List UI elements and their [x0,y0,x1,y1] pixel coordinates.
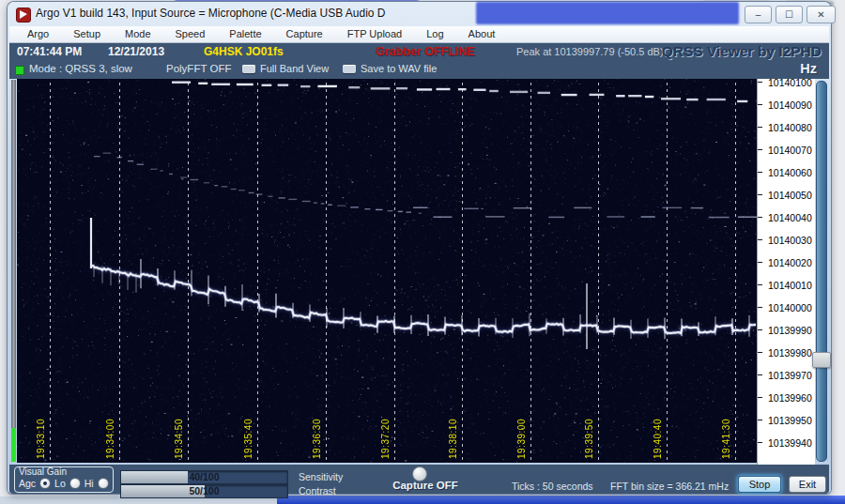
freq-tick [758,420,762,420]
argo-app-icon [16,8,31,23]
gain-option-agc-radio[interactable] [39,478,51,489]
peak-readout: Peak at 10139997.79 (-50.5 dB) [516,46,664,57]
visual-gain-group: Visual Gain Agc Lo Hi [14,466,114,493]
grabber-status: Grabber OFFLINE [376,45,475,58]
stop-button[interactable]: Stop [738,476,781,493]
app-title: QRSS Viewer by I2PHD [662,43,822,60]
status-led [15,66,24,75]
fft-readout: FFT bin size = 366.21 mHz [610,481,729,492]
polyfft-readout[interactable]: PolyFFT OFF [166,63,231,74]
time-label: 19:35:40 [243,419,254,459]
time-label: 19:41:30 [721,419,731,459]
save-wav-label: Save to WAV file [361,63,437,74]
close-button[interactable]: ✕ [807,6,836,23]
sensitivity-label: Sensitivity [299,471,343,482]
exit-button[interactable]: Exit [789,476,826,493]
time-gridline [462,83,463,460]
minimize-button[interactable]: – [745,6,772,23]
freq-tick [758,352,762,353]
freq-label: 10140010 [768,280,812,291]
freq-label: 10140000 [768,302,812,313]
info-bar: 07:41:44 PM 12/21/2013 G4HSK JO01fs Grab… [9,43,829,60]
clock-readout: 07:41:44 PM [17,45,82,58]
time-label: 19:33:10 [36,419,46,459]
menu-item-palette[interactable]: Palette [217,27,273,41]
time-gridline [119,83,120,460]
time-label: 19:34:00 [105,419,115,459]
time-label: 19:38:10 [448,419,458,459]
contrast-slider[interactable]: 50/100 [120,484,288,498]
freq-tick [758,239,762,240]
freq-tick [758,374,762,375]
titlebar: Argo V1 build 143, Input Source = Microp… [9,3,829,26]
save-wav-checkbox[interactable] [343,65,356,73]
freq-tick [758,284,762,285]
menu-item-mode[interactable]: Mode [113,27,163,41]
date-readout: 12/21/2013 [108,45,164,58]
freq-tick [758,172,762,173]
gain-option-hi-radio[interactable] [98,478,109,489]
freq-tick [758,262,762,263]
menu-item-argo[interactable]: Argo [15,27,61,41]
time-label: 19:39:00 [516,419,527,459]
sensitivity-slider[interactable]: 40/100 [120,470,288,484]
time-gridline [667,83,668,460]
mode-bar: Mode : QRSS 3, slow PolyFFT OFF Full Ban… [9,60,829,79]
frequency-scrollbar-thumb[interactable] [812,352,831,368]
freq-label: 10140020 [768,257,812,268]
ticks-readout: Ticks : 50 seconds [512,481,593,492]
freq-label: 10139970 [768,370,812,381]
menu-item-about[interactable]: About [456,27,508,41]
freq-label: 10139980 [768,347,812,359]
visual-gain-radios: Agc Lo Hi [19,478,109,489]
freq-tick [758,307,762,308]
contrast-label: Contrast [299,485,336,496]
freq-label: 10140100 [768,77,812,88]
window-title: Argo V1 build 143, Input Source = Microp… [36,7,386,20]
menu-item-setup[interactable]: Setup [61,27,113,41]
gain-option-hi-label: Hi [84,478,94,489]
maximize-button[interactable]: ☐ [776,6,803,23]
full-band-view-checkbox[interactable] [242,65,255,73]
menu-item-ftp-upload[interactable]: FTP Upload [335,27,415,41]
time-gridline [50,83,51,460]
time-label: 19:34:50 [174,419,184,459]
time-gridline [735,83,736,460]
freq-label: 10140090 [768,99,812,111]
menu-item-capture[interactable]: Capture [274,27,335,41]
mode-readout: Mode : QRSS 3, slow [29,63,132,74]
menubar: ArgoSetupModeSpeedPaletteCaptureFTP Uplo… [9,26,829,43]
freq-label: 10139940 [768,437,812,449]
frequency-scrollbar-track[interactable] [816,81,827,462]
freq-label: 10140070 [768,145,812,156]
freq-label: 10139990 [768,325,812,336]
freq-tick [758,442,762,443]
input-level-meter [11,80,16,462]
freq-label: 10140080 [768,122,812,133]
freq-tick [758,149,762,150]
frequency-scale: 1014010010140090101400801014007010140060… [757,79,815,465]
waterfall-display [17,79,757,463]
menu-item-speed[interactable]: Speed [163,27,218,41]
gain-option-lo-radio[interactable] [69,478,81,489]
time-gridline [188,83,189,460]
freq-tick [758,82,762,83]
callsign-readout: G4HSK JO01fs [204,45,284,58]
waterfall-area: 1014010010140090101400801014007010140060… [9,79,829,465]
time-gridline [598,83,599,460]
freq-tick [758,217,762,218]
visual-gain-title: Visual Gain [19,466,67,477]
freq-label: 10140060 [768,167,812,178]
menu-item-log[interactable]: Log [414,27,455,41]
taskbar-strip [277,496,845,504]
capture-label: Capture OFF [387,480,464,491]
freq-label: 10139960 [768,392,812,404]
gain-option-lo-label: Lo [54,478,66,489]
time-label: 19:36:30 [312,419,322,459]
window-controls: – ☐ ✕ [745,6,836,23]
background-window-glow [476,2,739,24]
time-label: 19:39:50 [584,419,594,459]
freq-tick [758,127,762,128]
full-band-view-label: Full Band View [260,63,329,74]
sensitivity-value: 40/100 [121,471,287,482]
